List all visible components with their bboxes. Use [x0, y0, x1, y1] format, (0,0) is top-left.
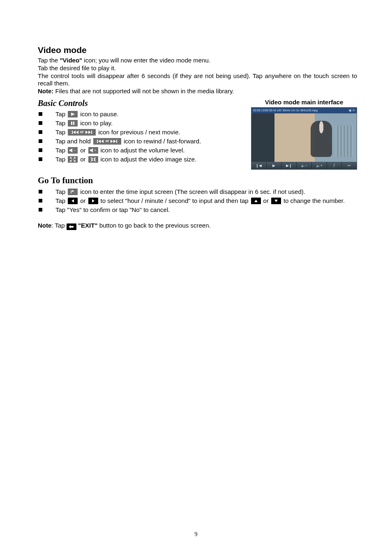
svg-marker-11 — [101, 140, 104, 143]
list-item: Tap or icon to adjust the video image si… — [38, 155, 244, 164]
basic-controls-list: Tap icon to pause. Tap icon to play. Tap — [38, 110, 244, 164]
or-word: or — [80, 146, 85, 154]
tap-word: Tap — [55, 128, 65, 136]
pause-bars-icon — [68, 120, 78, 127]
intro-text: icon; you will now enter the video mode … — [82, 57, 210, 64]
svg-rect-25 — [71, 226, 74, 228]
video-interface-thumbnail: 00:00:13/00:00:42 eID 30min-1hr-2x 384x2… — [251, 107, 357, 170]
svg-marker-7 — [88, 131, 91, 134]
note-label: Note — [38, 222, 51, 229]
left-solid-icon — [68, 198, 78, 204]
thumb-exit-icon: ↩ — [342, 162, 357, 169]
svg-marker-17 — [90, 148, 93, 152]
or-label: or — [104, 139, 110, 143]
goto-heading: Go To function — [38, 175, 357, 186]
page-number: 9 — [0, 531, 392, 538]
svg-marker-20 — [71, 199, 74, 203]
bullet-icon — [39, 130, 42, 134]
or-word: or — [80, 197, 85, 205]
goto-list: Tap … icon to enter the time input scree… — [38, 187, 357, 214]
svg-marker-10 — [98, 140, 101, 143]
up-solid-icon — [251, 198, 261, 204]
vol-up-icon: + — [88, 147, 98, 154]
thumb-top-icons: ▣ ⟳ — [349, 109, 355, 112]
final-note: Note: Tap "EXIT" button to go back to th… — [38, 222, 357, 230]
bullet-icon — [39, 190, 42, 193]
list-item: Tap icon to pause. — [38, 110, 244, 119]
svg-marker-24 — [69, 225, 71, 228]
list-item: Tap or to select "hour / minute / second… — [38, 196, 357, 205]
exit-back-icon — [67, 223, 76, 230]
bullet-icon — [39, 148, 42, 152]
tap-word: Tap — [55, 188, 65, 196]
list-item: Tap … icon to enter the time input scree… — [38, 187, 357, 196]
list-item: Tap icon to play. — [38, 119, 244, 128]
bullet-icon — [39, 112, 42, 116]
svg-rect-8 — [91, 131, 92, 134]
bullet-icon — [39, 199, 42, 203]
thumb-prev-icon: ❙◀ — [251, 162, 267, 169]
svg-marker-6 — [85, 131, 88, 134]
item-text: icon for previous / next movie. — [98, 128, 180, 136]
or-label: or — [79, 130, 85, 134]
svg-marker-13 — [113, 140, 116, 143]
thumb-volup-icon: 🔈+ — [312, 162, 327, 169]
svg-marker-5 — [76, 131, 78, 134]
item-text: Tap "Yes" to confirm or tap "No" to canc… — [55, 206, 170, 214]
thumb-next-icon: ▶❙ — [281, 162, 297, 169]
item-text: to select "hour / minute / second" to in… — [101, 197, 249, 205]
list-item: Tap − or + icon to adjust the volume lev… — [38, 146, 244, 155]
note-label: Note: — [38, 88, 53, 94]
video-word: "Video" — [60, 57, 82, 64]
svg-rect-9 — [97, 140, 98, 143]
note-text: button to go back to the previous screen… — [98, 222, 211, 229]
svg-marker-4 — [73, 131, 76, 134]
svg-rect-3 — [72, 131, 73, 134]
or-word: or — [80, 155, 85, 164]
svg-marker-0 — [71, 113, 75, 116]
item-text: to change the number. — [284, 197, 345, 205]
item-text: icon to pause. — [80, 110, 118, 118]
intro-text: Tab the desired file to play it. — [38, 64, 357, 72]
zoom-in-arrows-icon — [88, 156, 98, 163]
bullet-icon — [39, 121, 42, 125]
list-item: Tap "Yes" to confirm or tap "No" to canc… — [38, 205, 357, 214]
down-solid-icon — [271, 198, 281, 204]
svg-marker-15 — [69, 148, 72, 152]
basic-controls-heading: Basic Controls — [38, 99, 244, 108]
svg-rect-14 — [116, 140, 117, 143]
thumb-goto-icon: ⤴ — [327, 162, 342, 169]
item-text: icon to rewind / fast-forward. — [124, 137, 201, 145]
intro-text: The control tools will disappear after 6… — [38, 72, 357, 88]
thumb-voldown-icon: 🔈− — [297, 162, 312, 169]
thumbnail-caption: Video mode main interface — [251, 99, 357, 106]
zoom-out-arrows-icon — [68, 156, 78, 163]
item-text: icon to adjust the volume level. — [101, 146, 185, 154]
thumb-play-icon: ▶ — [267, 162, 282, 169]
tap-word: Tap — [55, 197, 65, 205]
item-text: icon to play. — [80, 119, 113, 127]
thumb-top-text: 00:00:13/00:00:42 eID 30min-1hr-2x 384x2… — [253, 109, 318, 112]
list-item: Tap or icon for previous / next movie. — [38, 128, 244, 137]
page-title: Video mode — [38, 45, 357, 55]
list-item: Tap and hold or icon to rewind / fast-fo… — [38, 137, 244, 146]
svg-text:+: + — [94, 148, 96, 152]
intro-block: Tap the "Video" icon; you will now enter… — [38, 57, 357, 95]
thumb-controlbar: ❙◀ ▶ ▶❙ 🔈− 🔈+ ⤴ ↩ — [251, 162, 357, 169]
tap-word: Tap — [55, 110, 65, 118]
or-word: or — [263, 197, 269, 205]
bullet-icon — [39, 157, 42, 161]
note-text: Files that are not supported will not be… — [53, 88, 234, 94]
exit-word: "EXIT" — [78, 222, 98, 229]
svg-rect-1 — [71, 122, 72, 125]
tap-hold-word: Tap and hold — [55, 137, 91, 145]
svg-marker-22 — [254, 200, 258, 202]
intro-text: Tap the — [38, 57, 60, 64]
svg-marker-21 — [92, 199, 95, 203]
item-text: icon to adjust the video image size. — [101, 155, 196, 164]
tap-word: Tap — [55, 155, 65, 164]
vol-down-icon: − — [68, 147, 78, 154]
svg-text:…: … — [74, 191, 76, 193]
svg-marker-23 — [274, 200, 278, 202]
note-text: : Tap — [51, 222, 66, 229]
